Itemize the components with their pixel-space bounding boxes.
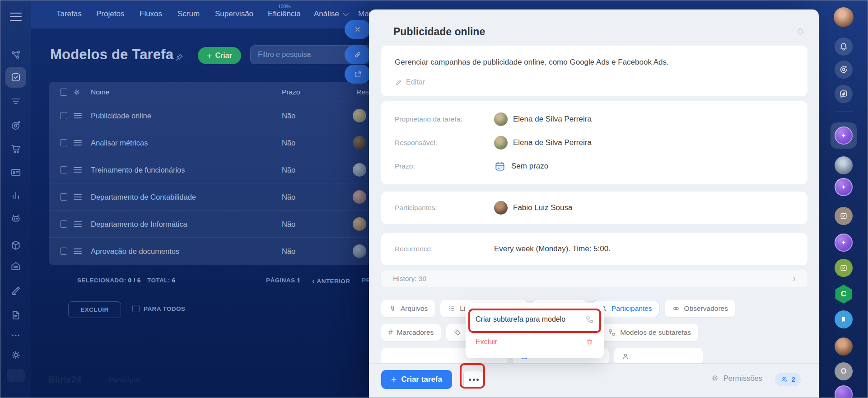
subtask-icon: [585, 315, 594, 324]
row-checkbox[interactable]: [60, 248, 67, 255]
column-prazo[interactable]: Prazo: [282, 88, 300, 96]
open-new-window-button[interactable]: [345, 65, 371, 84]
sidebar-item-reports-icon[interactable]: [10, 190, 22, 201]
watermark-brand: Bitrix24: [48, 375, 81, 385]
sidebar-help-button[interactable]: [7, 369, 25, 382]
checkbox[interactable]: [132, 305, 140, 312]
participants-count-badge[interactable]: 2: [775, 373, 801, 386]
tab-arquivos[interactable]: Arquivos: [381, 300, 435, 317]
deadline-row: Prazo: Sem prazo: [395, 158, 794, 174]
watermark-link[interactable]: Participar: [109, 376, 140, 384]
participants-value[interactable]: Fabio Luiz Sousa: [494, 201, 572, 215]
sidebar-item-network-icon[interactable]: [10, 49, 22, 61]
person-icon: [621, 352, 630, 361]
sidebar-item-tasks-icon[interactable]: [10, 71, 22, 83]
copilot-chat-item[interactable]: [835, 234, 853, 252]
copilot-active-item[interactable]: [835, 126, 853, 145]
table-settings-gear-icon[interactable]: [73, 88, 81, 96]
create-button[interactable]: + Criar: [198, 47, 241, 64]
nav-analise[interactable]: Análise: [314, 9, 347, 19]
column-nome[interactable]: Nome: [91, 88, 109, 96]
sidebar-item-contact-card-icon[interactable]: [10, 166, 22, 178]
tab-observadores[interactable]: Observadores: [665, 300, 735, 317]
drag-handle-icon[interactable]: [74, 220, 82, 228]
drag-handle-icon[interactable]: [74, 139, 82, 147]
more-actions-button[interactable]: [463, 370, 484, 389]
for-all-checkbox[interactable]: PARA TODOS: [132, 305, 185, 312]
messenger-icon[interactable]: [835, 85, 853, 103]
nav-fluxos[interactable]: Fluxos: [140, 9, 162, 19]
nav-scrum[interactable]: Scrum: [177, 9, 200, 19]
paperclip-icon: [388, 304, 397, 313]
sidebar-item-crm-icon[interactable]: [10, 95, 22, 107]
gear-icon: [710, 374, 719, 383]
tab-modelos-de-subtarefas[interactable]: Modelos de subtarefas: [601, 324, 698, 341]
menu-icon[interactable]: [10, 13, 22, 21]
drag-handle-icon[interactable]: [74, 247, 82, 255]
sidebar-item-settings-icon[interactable]: [10, 349, 22, 361]
hidden-tab[interactable]: [614, 348, 703, 365]
nav-projetos[interactable]: Projetos: [96, 9, 124, 19]
chat-item-o[interactable]: O: [835, 362, 853, 380]
nav-tarefas[interactable]: Tarefas: [56, 9, 82, 19]
create-task-button[interactable]: + Criar tarefa: [381, 370, 452, 389]
user-avatar[interactable]: [834, 7, 854, 27]
menu-item-criar-subtarefa[interactable]: Criar subtarefa para modelo: [476, 310, 594, 328]
select-all-checkbox[interactable]: [60, 89, 67, 96]
delete-button[interactable]: EXCLUIR: [68, 301, 121, 318]
copy-link-button[interactable]: [345, 45, 371, 64]
row-checkbox[interactable]: [60, 112, 67, 119]
row-checkbox[interactable]: [60, 220, 67, 228]
hash-icon: #: [388, 328, 392, 337]
avatar: [353, 136, 366, 150]
edit-description-button[interactable]: Editar: [395, 78, 425, 86]
drag-handle-icon[interactable]: [74, 166, 82, 174]
recurrence-label: Recurrence:: [395, 245, 494, 253]
sidebar-item-more-icon[interactable]: [10, 329, 22, 341]
sidebar-item-sign-icon[interactable]: [10, 285, 22, 296]
sidebar-item-marketing-icon[interactable]: [10, 120, 22, 131]
sidebar-item-documents-icon[interactable]: [10, 309, 22, 321]
drag-handle-icon[interactable]: [74, 112, 82, 120]
copilot-chat-item[interactable]: [835, 178, 853, 196]
copilot-icon[interactable]: [835, 61, 853, 79]
left-sidebar: [0, 0, 31, 398]
row-checkbox[interactable]: [60, 166, 67, 173]
flame-icon[interactable]: [795, 27, 805, 37]
task-chat-item[interactable]: [835, 207, 853, 225]
trash-icon: [585, 338, 594, 346]
pin-icon[interactable]: [175, 53, 184, 62]
tab-marcadores[interactable]: # Marcadores: [381, 324, 441, 341]
sidebar-item-inventory-icon[interactable]: [10, 239, 22, 251]
channel-c-item[interactable]: C: [834, 285, 853, 304]
history-row[interactable]: History: 30 ›: [381, 270, 807, 287]
deadline-value[interactable]: Sem prazo: [494, 160, 548, 172]
copilot-chat-item[interactable]: [835, 385, 853, 398]
owner-row: Proprietário da tarefa: Elena de Silva P…: [395, 111, 794, 127]
saved-messages-item[interactable]: [835, 310, 853, 328]
app-window: Tarefas Projetos Fluxos Scrum Supervisão…: [0, 0, 868, 398]
notifications-bell-icon[interactable]: [835, 37, 853, 56]
permissions-button[interactable]: Permissões: [710, 374, 762, 383]
sidebar-item-store-icon[interactable]: [10, 143, 22, 155]
plus-icon: +: [391, 374, 397, 385]
sidebar-item-ai-bot-icon[interactable]: [10, 212, 22, 224]
owner-value[interactable]: Elena de Silva Perreira: [494, 112, 592, 126]
drag-handle-icon[interactable]: [74, 193, 82, 201]
sidebar-item-warehouse-icon[interactable]: [10, 260, 22, 272]
nav-eficiencia[interactable]: 100% Eficiência: [268, 9, 301, 19]
menu-item-excluir[interactable]: Excluir: [476, 333, 594, 351]
panel-title: Publicidade online: [393, 26, 485, 38]
row-checkbox[interactable]: [60, 193, 67, 201]
chat-avatar[interactable]: [835, 337, 853, 356]
close-panel-button[interactable]: [345, 20, 371, 39]
tag-icon: [453, 328, 462, 337]
prev-page-button[interactable]: ‹ ANTERIOR: [312, 277, 350, 285]
responsible-value[interactable]: Elena de Silva Perreira: [494, 136, 592, 150]
row-checkbox[interactable]: [60, 139, 67, 146]
nav-supervisao[interactable]: Supervisão: [215, 9, 253, 19]
task-chat-item-green[interactable]: [835, 259, 853, 277]
chat-avatar[interactable]: [835, 156, 853, 174]
avatar: [494, 201, 508, 215]
panel-footer: + Criar tarefa Permissões 2: [369, 363, 819, 398]
